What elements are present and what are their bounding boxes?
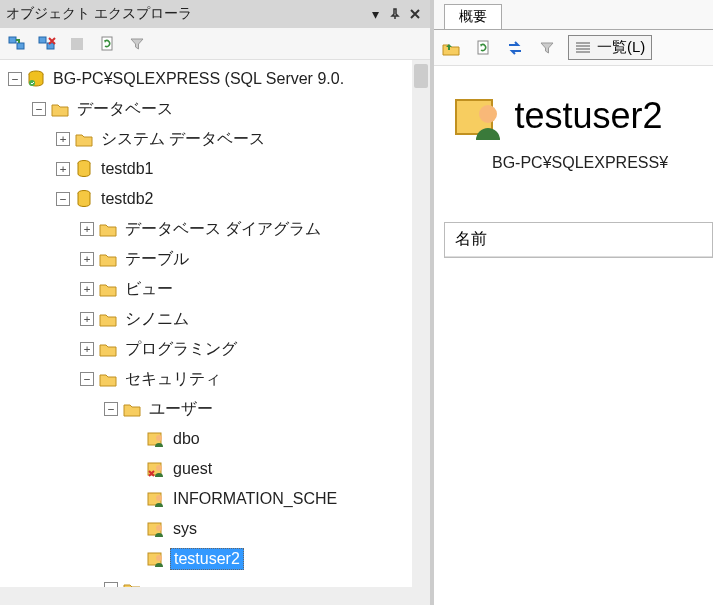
disconnect-icon[interactable] — [36, 33, 58, 55]
tree-node-programming[interactable]: + プログラミング — [2, 334, 428, 364]
refresh-icon[interactable] — [472, 37, 494, 59]
svg-point-22 — [479, 105, 497, 123]
tree-node-user-information-schema[interactable]: INFORMATION_SCHE — [2, 484, 428, 514]
node-label: データベース ダイアグラム — [122, 218, 324, 241]
server-icon — [26, 70, 46, 88]
folder-icon — [50, 100, 70, 118]
node-label: ビュー — [122, 278, 176, 301]
expander-icon[interactable]: + — [80, 222, 94, 236]
expander-spacer — [128, 522, 142, 536]
database-icon — [74, 190, 94, 208]
tree-node-tables[interactable]: + テーブル — [2, 244, 428, 274]
tree-node-system-databases[interactable]: + システム データベース — [2, 124, 428, 154]
refresh-icon[interactable] — [96, 33, 118, 55]
tree-node-testdb1[interactable]: + testdb1 — [2, 154, 428, 184]
svg-point-7 — [29, 80, 35, 86]
summary-panel: 概要 一覧(L) testuser2 BG-PC¥SQLEXPRESS¥ 名前 — [434, 0, 713, 605]
tree-node-user-dbo[interactable]: dbo — [2, 424, 428, 454]
folder-icon — [122, 400, 142, 418]
tree-node-databases[interactable]: − データベース — [2, 94, 428, 124]
folder-icon — [98, 280, 118, 298]
tab-overview[interactable]: 概要 — [444, 4, 502, 29]
node-label: データベース — [74, 98, 176, 121]
detail-list: 名前 — [444, 222, 713, 258]
panel-title-text: オブジェクト エクスプローラ — [6, 5, 364, 23]
tree-node-collapsed[interactable]: − — [2, 574, 428, 587]
column-header-name[interactable]: 名前 — [445, 223, 712, 257]
expander-icon[interactable]: − — [104, 402, 118, 416]
view-mode-button[interactable]: 一覧(L) — [568, 35, 652, 60]
up-folder-icon[interactable] — [440, 37, 462, 59]
svg-point-19 — [156, 555, 162, 561]
expander-icon[interactable]: − — [104, 582, 118, 587]
connect-icon[interactable] — [6, 33, 28, 55]
node-label: guest — [170, 459, 215, 479]
summary-toolbar: 一覧(L) — [434, 30, 713, 66]
tree-node-testdb2[interactable]: − testdb2 — [2, 184, 428, 214]
user-large-icon — [452, 90, 504, 142]
tree-scrollbar-horizontal[interactable] — [0, 587, 430, 605]
detail-header: testuser2 BG-PC¥SQLEXPRESS¥ — [434, 66, 713, 182]
panel-pin-icon[interactable] — [386, 5, 404, 23]
tree-node-user-testuser2[interactable]: testuser2 — [2, 544, 428, 574]
list-view-icon — [575, 41, 591, 55]
expander-spacer — [128, 552, 142, 566]
expander-spacer — [128, 492, 142, 506]
user-icon — [146, 520, 166, 538]
expander-icon[interactable]: + — [80, 252, 94, 266]
tree-node-synonyms[interactable]: + シノニム — [2, 304, 428, 334]
tree-scrollbar-vertical[interactable] — [412, 60, 430, 587]
tree-node-users[interactable]: − ユーザー — [2, 394, 428, 424]
node-label: テーブル — [122, 248, 192, 271]
node-label: BG-PC¥SQLEXPRESS (SQL Server 9.0. — [50, 69, 347, 89]
tree-node-server[interactable]: − BG-PC¥SQLEXPRESS (SQL Server 9.0. — [2, 64, 428, 94]
panel-titlebar: オブジェクト エクスプローラ ▾ — [0, 0, 430, 28]
node-label: シノニム — [122, 308, 192, 331]
expander-icon[interactable]: + — [56, 132, 70, 146]
stop-icon — [66, 33, 88, 55]
sync-icon[interactable] — [504, 37, 526, 59]
svg-point-13 — [156, 465, 162, 471]
expander-icon[interactable]: + — [80, 312, 94, 326]
expander-icon[interactable]: − — [8, 72, 22, 86]
svg-rect-2 — [39, 37, 46, 43]
user-icon — [146, 550, 166, 568]
node-label-selected: testuser2 — [170, 548, 244, 570]
object-explorer-panel: オブジェクト エクスプローラ ▾ − BG-P — [0, 0, 434, 605]
filter-icon[interactable] — [126, 33, 148, 55]
panel-close-icon[interactable] — [406, 5, 424, 23]
database-icon — [74, 160, 94, 178]
expander-icon[interactable]: + — [80, 342, 94, 356]
folder-icon — [98, 340, 118, 358]
node-label: システム データベース — [98, 128, 268, 151]
tree-node-user-guest[interactable]: guest — [2, 454, 428, 484]
expander-icon[interactable]: + — [80, 282, 94, 296]
folder-icon — [122, 580, 142, 587]
svg-rect-1 — [17, 43, 24, 49]
node-label: プログラミング — [122, 338, 240, 361]
node-label: ユーザー — [146, 398, 216, 421]
expander-icon[interactable]: − — [80, 372, 94, 386]
tree-node-security[interactable]: − セキュリティ — [2, 364, 428, 394]
tree-node-views[interactable]: + ビュー — [2, 274, 428, 304]
user-icon — [146, 430, 166, 448]
panel-dropdown-icon[interactable]: ▾ — [366, 5, 384, 23]
folder-icon — [98, 310, 118, 328]
node-label: INFORMATION_SCHE — [170, 489, 340, 509]
node-label: セキュリティ — [122, 368, 224, 391]
scroll-thumb[interactable] — [414, 64, 428, 88]
tree-node-diagrams[interactable]: + データベース ダイアグラム — [2, 214, 428, 244]
folder-icon — [98, 220, 118, 238]
explorer-toolbar — [0, 28, 430, 60]
tree-node-user-sys[interactable]: sys — [2, 514, 428, 544]
expander-icon[interactable]: + — [56, 162, 70, 176]
expander-icon[interactable]: − — [56, 192, 70, 206]
filter-icon[interactable] — [536, 37, 558, 59]
folder-icon — [98, 370, 118, 388]
node-label: sys — [170, 519, 200, 539]
expander-icon[interactable]: − — [32, 102, 46, 116]
tree-view[interactable]: − BG-PC¥SQLEXPRESS (SQL Server 9.0. − デー… — [0, 60, 430, 587]
folder-icon — [98, 250, 118, 268]
user-icon — [146, 490, 166, 508]
detail-path: BG-PC¥SQLEXPRESS¥ — [492, 154, 703, 172]
